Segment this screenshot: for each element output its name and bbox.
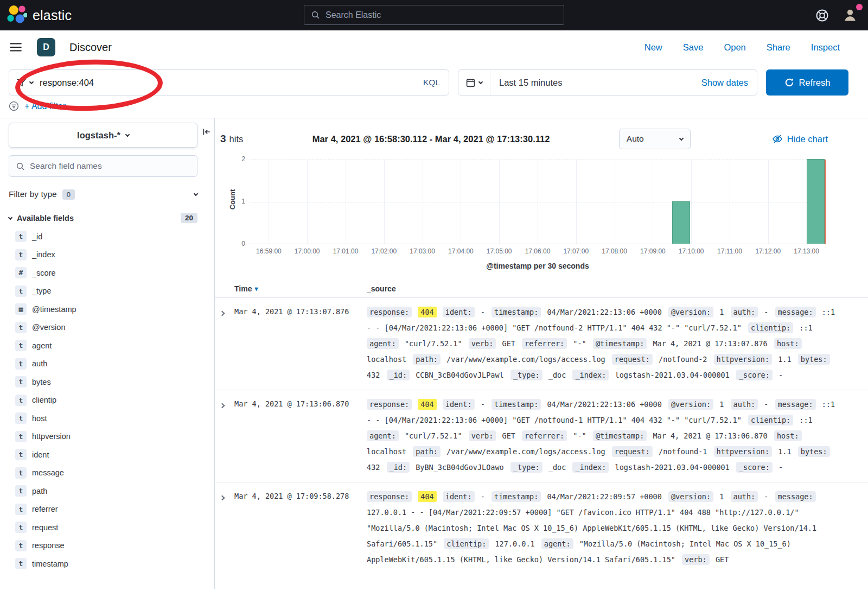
field-item-host[interactable]: thost: [9, 409, 206, 428]
chevron-down-icon: [29, 80, 34, 84]
query-text-input[interactable]: [40, 78, 414, 88]
highlighted-term: 404: [418, 399, 436, 410]
field-item-path[interactable]: tpath: [9, 482, 206, 500]
share-button[interactable]: Share: [767, 42, 790, 53]
x-tick-label: 17:04:00: [448, 247, 474, 255]
appbar-actions: New Save Open Share Inspect: [644, 42, 840, 53]
x-tick-label: 16:59:00: [256, 247, 282, 255]
calendar-menu-button[interactable]: [458, 70, 490, 95]
field-item-httpversion[interactable]: thttpversion: [9, 428, 206, 446]
field-name-label: response: [32, 541, 65, 550]
field-name-label: request: [32, 523, 58, 532]
time-range-button[interactable]: Last 15 minutes: [490, 78, 562, 88]
collapse-sidebar-icon[interactable]: [202, 127, 212, 137]
field-name-label: @timestamp: [32, 305, 76, 314]
field-name-label: auth: [32, 359, 47, 368]
help-icon[interactable]: [815, 9, 829, 22]
inspect-button[interactable]: Inspect: [811, 42, 840, 53]
field-name-badge: host:: [774, 338, 802, 349]
field-value: 04/Mar/2021:22:09:57 +0000: [547, 492, 661, 501]
field-value: 127.0.0.1: [495, 539, 534, 548]
field-name-label: _index: [32, 250, 55, 259]
field-value: "curl/7.52.1": [405, 339, 462, 348]
field-value: 1: [719, 492, 724, 501]
kql-toggle[interactable]: KQL: [414, 78, 449, 87]
global-search[interactable]: [304, 5, 564, 25]
field-item-referrer[interactable]: treferrer: [9, 500, 206, 519]
expand-row-button[interactable]: [220, 489, 234, 568]
expand-row-button[interactable]: [220, 397, 234, 475]
x-tick-label: 17:00:00: [295, 247, 320, 255]
field-value: ByBN_3cB04dGovJLOawo: [416, 463, 504, 472]
expand-row-button[interactable]: [220, 304, 234, 383]
chevron-down-icon: [679, 136, 684, 141]
field-name-badge: message:: [775, 307, 816, 317]
string-field-icon: t: [15, 231, 27, 242]
open-button[interactable]: Open: [724, 42, 745, 53]
save-button[interactable]: Save: [683, 42, 704, 53]
table-row: Mar 4, 2021 @ 17:13:07.876response: 404 …: [215, 297, 868, 390]
field-item-_id[interactable]: t_id: [9, 227, 206, 246]
add-filter-button[interactable]: + Add filter: [24, 101, 66, 111]
field-item-agent[interactable]: tagent: [9, 336, 206, 355]
field-name-badge: agent:: [367, 338, 399, 349]
horizontal-gridline: [250, 160, 826, 160]
chevron-down-icon: [194, 192, 198, 196]
string-field-icon: t: [15, 340, 27, 351]
field-name-badge: auth:: [731, 399, 758, 410]
search-icon: [16, 162, 25, 171]
user-avatar[interactable]: [842, 7, 858, 23]
field-value: -: [481, 400, 485, 409]
string-field-icon: t: [15, 558, 27, 569]
string-field-icon: t: [15, 358, 27, 370]
time-column-header[interactable]: Time ▾: [234, 284, 367, 293]
field-search-input[interactable]: [30, 161, 190, 171]
x-tick-label: 17:01:00: [333, 247, 359, 255]
table-header: Time ▾ _source: [215, 284, 868, 297]
field-item-message[interactable]: tmessage: [9, 464, 206, 482]
string-field-icon: t: [15, 412, 27, 424]
field-name-label: agent: [32, 341, 52, 350]
menu-icon[interactable]: [9, 40, 23, 54]
field-name-badge: _index:: [572, 370, 609, 380]
field-search[interactable]: [9, 155, 197, 177]
string-field-icon: t: [15, 431, 27, 442]
current-time-marker: [825, 160, 826, 244]
filter-by-type[interactable]: Filter by type 0: [9, 183, 197, 205]
field-item-bytes[interactable]: tbytes: [9, 373, 206, 391]
field-item-timestamp[interactable]: ttimestamp: [9, 555, 206, 573]
filter-by-type-count: 0: [62, 189, 75, 200]
space-badge[interactable]: D: [37, 38, 55, 56]
histogram-bar: [672, 201, 690, 244]
field-value: _doc: [548, 463, 566, 472]
global-search-input[interactable]: [326, 10, 557, 20]
show-dates-button[interactable]: Show dates: [701, 78, 757, 88]
refresh-button[interactable]: Refresh: [766, 69, 848, 96]
index-pattern-selector[interactable]: logstash-*: [9, 123, 197, 148]
filter-funnel-icon: [17, 78, 26, 87]
elastic-home-link[interactable]: elastic: [7, 5, 72, 26]
query-input[interactable]: KQL: [9, 69, 449, 96]
field-item-ident[interactable]: tident: [9, 446, 206, 464]
filter-circle-icon[interactable]: [9, 101, 19, 111]
available-fields-header[interactable]: Available fields 20: [9, 213, 197, 223]
string-field-icon: t: [15, 322, 27, 333]
field-item-_type[interactable]: t_type: [9, 282, 206, 301]
field-item-_score[interactable]: #_score: [9, 264, 206, 282]
interval-select[interactable]: Auto: [619, 129, 691, 149]
field-item-auth[interactable]: tauth: [9, 355, 206, 373]
field-item-response[interactable]: tresponse: [9, 537, 206, 555]
hide-chart-button[interactable]: Hide chart: [772, 134, 828, 144]
field-name-label: bytes: [32, 378, 51, 386]
new-button[interactable]: New: [644, 42, 662, 53]
eye-slash-icon: [772, 134, 783, 144]
field-item-_index[interactable]: t_index: [9, 246, 206, 264]
x-tick-label: 17:08:00: [602, 247, 627, 255]
saved-query-menu-button[interactable]: [9, 78, 40, 87]
field-item-request[interactable]: trequest: [9, 518, 206, 537]
field-item-clientip[interactable]: tclientip: [9, 391, 206, 410]
x-tick-label: 17:10:00: [679, 247, 704, 255]
sort-desc-icon: ▾: [254, 285, 258, 293]
field-item-@timestamp[interactable]: ▦@timestamp: [9, 300, 206, 319]
field-item-@version[interactable]: t@version: [9, 319, 206, 337]
